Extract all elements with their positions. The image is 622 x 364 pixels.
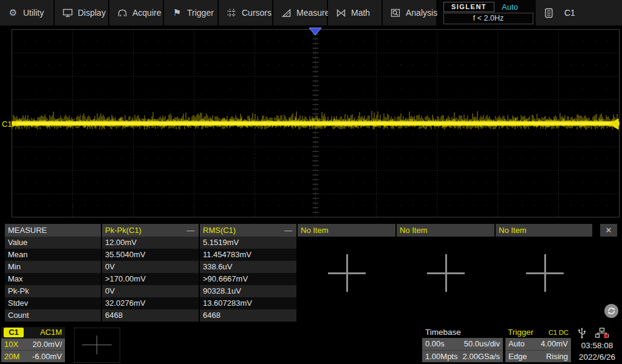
refresh-icon — [607, 306, 616, 315]
measure-panel-title: MEASURE — [5, 224, 101, 237]
channel-offset-marker[interactable]: C1 — [2, 120, 18, 129]
measure-row-label: Min — [5, 261, 101, 273]
channel1-badge: C1 — [4, 328, 24, 337]
trace-channel-label: C1 — [2, 120, 12, 129]
trigger-type: Edge — [508, 351, 527, 363]
measure-cell: 5.1519mV — [200, 237, 296, 249]
measure-cell: 6468 — [200, 309, 296, 322]
add-measurement-button[interactable] — [526, 254, 564, 292]
channel1-status-box[interactable]: C1 AC1M 10X 20.0mV/ 20M -6.00mV — [1, 327, 65, 362]
measure-cell: 32.0276mV — [102, 297, 199, 309]
status-icons — [576, 328, 618, 339]
clock-time: 03:58:08 — [573, 340, 621, 351]
lan-disconnected-icon — [595, 328, 609, 339]
timebase-scale: 50.0us/div — [464, 338, 500, 350]
channel1-header-row: C1 AC1M — [1, 327, 65, 339]
measure-cell: 6468 — [102, 309, 199, 322]
trigger-level-marker[interactable] — [609, 118, 619, 130]
timebase-row1: 0.00s 50.0us/div — [422, 338, 503, 351]
timebase-delay: 0.00s — [425, 338, 445, 350]
measure-row-label: Count — [5, 309, 101, 322]
trigger-title: Trigger — [508, 327, 533, 338]
statistics-reset-button[interactable] — [604, 304, 618, 318]
channel1-bandwidth: 20M — [4, 351, 19, 362]
measure-col-header-4[interactable]: No Item — [397, 224, 494, 237]
trigger-row1: Auto 4.00mV — [505, 338, 571, 351]
measure-cell: 13.607283mV — [200, 297, 296, 309]
measure-row-label: Pk-Pk — [5, 285, 101, 297]
channel1-row2: 10X 20.0mV/ — [1, 339, 65, 351]
measure-row-label: Value — [5, 237, 101, 249]
clock-date: 2022/6/26 — [573, 351, 621, 363]
clock: 03:58:08 2022/6/26 — [573, 340, 621, 363]
timebase-memory-depth: 1.00Mpts — [425, 351, 457, 363]
measure-cell: 90328.1uV — [200, 285, 296, 297]
trigger-position-marker[interactable] — [309, 28, 321, 35]
measure-close-button[interactable]: ✕ — [600, 224, 617, 237]
measure-cell: 0V — [102, 285, 199, 297]
measure-cell: 12.00mV — [102, 237, 199, 249]
timebase-row2: 1.00Mpts 2.00GSa/s — [422, 351, 503, 362]
measure-col-header-5[interactable]: No Item — [496, 224, 592, 237]
measure-col-header-1[interactable]: Pk-Pk(C1) — — [102, 224, 199, 237]
measure-col-header-3[interactable]: No Item — [298, 224, 395, 237]
usb-icon — [577, 328, 587, 339]
channel1-attenuation: 10X — [4, 339, 18, 350]
measure-row-label: Mean — [5, 249, 101, 261]
measure-cell: >170.00mV — [102, 273, 199, 285]
measure-col-header-2[interactable]: RMS(C1) — — [200, 224, 296, 237]
oscilloscope-screen: ⚙ Utility Display Acquire ⚑ Trigger Curs… — [0, 0, 622, 364]
measure-cell: >90.6667mV — [200, 273, 296, 285]
remove-measurement-button[interactable]: — — [284, 224, 292, 237]
measure-row-label: Stdev — [5, 297, 101, 309]
add-channel-box[interactable] — [74, 328, 120, 363]
trigger-panel[interactable]: Trigger C1 DC Auto 4.00mV Edge Rising — [505, 327, 571, 362]
channel1-offset: -6.00mV — [32, 351, 62, 362]
trigger-row2: Edge Rising — [505, 351, 571, 362]
measure-cell: 11.454783mV — [200, 249, 296, 261]
measure-cell: 35.5040mV — [102, 249, 199, 261]
trigger-level: 4.00mV — [541, 338, 568, 350]
trigger-mode: Auto — [508, 338, 525, 350]
channel1-row3: 20M -6.00mV — [1, 351, 65, 362]
measure-row-label: Max — [5, 273, 101, 285]
measure-cell: 0V — [102, 261, 199, 273]
measure-col-label: Pk-Pk(C1) — [105, 226, 142, 235]
add-measurement-button[interactable] — [328, 254, 366, 292]
trigger-source: C1 DC — [549, 327, 569, 338]
measure-cell: 338.6uV — [200, 261, 296, 273]
channel1-scale: 20.0mV/ — [33, 339, 62, 350]
measure-col-label: RMS(C1) — [203, 226, 236, 235]
add-measurement-button[interactable] — [427, 254, 465, 292]
channel1-coupling: AC1M — [40, 327, 62, 338]
timebase-sample-rate: 2.00GSa/s — [463, 351, 500, 363]
timebase-title: Timebase — [422, 327, 503, 338]
timebase-panel[interactable]: Timebase 0.00s 50.0us/div 1.00Mpts 2.00G… — [422, 327, 503, 362]
trigger-header: Trigger C1 DC — [505, 327, 571, 338]
remove-measurement-button[interactable]: — — [186, 224, 194, 237]
trigger-slope: Rising — [546, 351, 568, 363]
